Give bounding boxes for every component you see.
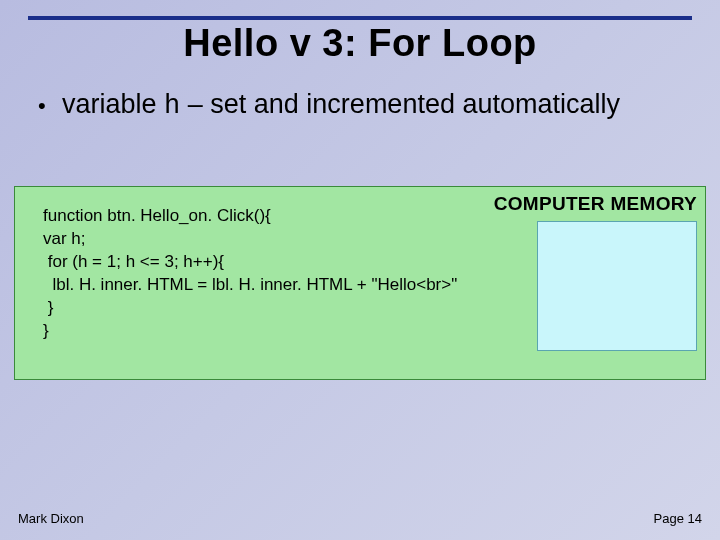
memory-box xyxy=(537,221,697,351)
bullet-varname: h xyxy=(164,91,180,121)
footer-page: Page 14 xyxy=(654,511,702,526)
bullet-text: variable h – set and incremented automat… xyxy=(62,88,682,124)
slide-title: Hello v 3: For Loop xyxy=(0,22,720,65)
code-snippet: function btn. Hello_on. Click(){ var h; … xyxy=(43,205,457,343)
code-line-2: var h; xyxy=(43,229,86,248)
code-line-6: } xyxy=(43,321,49,340)
bullet-list: • variable h – set and incremented autom… xyxy=(38,88,682,124)
bullet-dot-icon: • xyxy=(38,88,62,120)
code-line-3: for (h = 1; h <= 3; h++){ xyxy=(43,252,224,271)
code-line-5: } xyxy=(43,298,53,317)
footer-author: Mark Dixon xyxy=(18,511,84,526)
title-divider xyxy=(28,16,692,20)
bullet-prefix: variable xyxy=(62,89,164,119)
code-line-1: function btn. Hello_on. Click(){ xyxy=(43,206,271,225)
code-line-4: lbl. H. inner. HTML = lbl. H. inner. HTM… xyxy=(43,275,457,294)
code-diagram: function btn. Hello_on. Click(){ var h; … xyxy=(14,186,706,380)
bullet-rest: – set and incremented automatically xyxy=(180,89,620,119)
memory-header: COMPUTER MEMORY xyxy=(494,193,697,215)
bullet-item: • variable h – set and incremented autom… xyxy=(38,88,682,124)
